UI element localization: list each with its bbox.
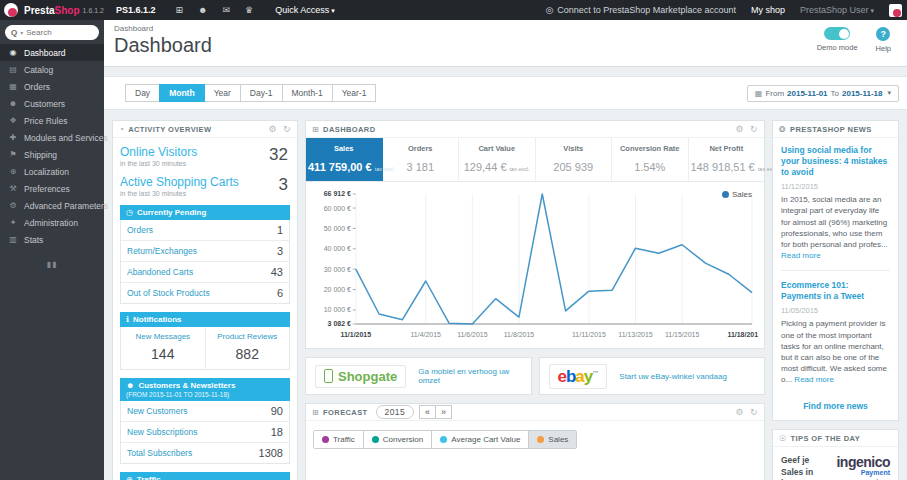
chevron-down-icon[interactable]: ▾ xyxy=(20,29,23,36)
forecast-toggle-group: Traffic Conversion Average Cart Value Sa… xyxy=(313,430,577,449)
ebay-banner[interactable]: ebay™ Start uw eBay-winkel vandaag xyxy=(539,357,766,395)
sidebar-item-orders[interactable]: ▦Orders xyxy=(0,78,104,95)
shopgate-link[interactable]: Ga mobiel en verhoog uw omzet xyxy=(418,367,521,385)
ingenico-logo[interactable]: ingenico Payment services xyxy=(826,455,890,480)
marketplace-connect-link[interactable]: ◎Connect to PrestaShop Marketplace accou… xyxy=(545,5,735,15)
forecast-year-badge[interactable]: 2015 xyxy=(376,405,415,419)
new-messages-label: New Messages xyxy=(123,332,203,341)
forecast-toggles: Traffic Conversion Average Cart Value Sa… xyxy=(306,421,764,457)
sidebar-item-customers[interactable]: ☻Customers xyxy=(0,95,104,112)
refresh-icon[interactable]: ↻ xyxy=(750,407,758,417)
date-to-value: 2015-11-18 xyxy=(842,89,882,98)
messages-icon[interactable]: ✉ xyxy=(223,5,231,15)
quick-access-menu[interactable]: Quick Access▾ xyxy=(275,5,335,15)
kpi-tab-net-profit[interactable]: Net Profit 148 918,51 € tax excl. xyxy=(689,138,765,181)
filter-year-1-button[interactable]: Year-1 xyxy=(332,84,377,102)
sidebar-item-administration[interactable]: ✦Administration xyxy=(0,214,104,231)
next-year-button[interactable]: » xyxy=(435,405,452,419)
orders-link[interactable]: Orders xyxy=(127,225,153,235)
cart-icon[interactable]: ⊞ xyxy=(176,5,184,15)
kpi-tab-conversion-rate[interactable]: Conversion Rate 1.54% xyxy=(612,138,689,181)
kpi-value: 411 759,00 € xyxy=(308,161,372,173)
toggle-conversion[interactable]: Conversion xyxy=(363,431,431,448)
sidebar-item-price-rules[interactable]: ❖Price Rules xyxy=(0,112,104,129)
active-carts-stat: Active Shopping Carts in the last 30 min… xyxy=(120,175,290,197)
online-visitors-link[interactable]: Online Visitors xyxy=(120,145,260,159)
sidebar-item-modules[interactable]: ✚Modules and Services xyxy=(0,129,104,146)
trophy-icon[interactable]: ♛ xyxy=(245,5,253,15)
read-more-link[interactable]: Read more xyxy=(794,375,834,384)
kpi-tab-cart-value[interactable]: Cart Value 129,44 € tax excl. xyxy=(459,138,536,181)
sales-line-chart[interactable]: 3 082 €10 000 €20 000 €30 000 €40 000 €5… xyxy=(310,188,760,346)
active-carts-link[interactable]: Active Shopping Carts xyxy=(120,175,260,189)
ebay-logo: ebay™ xyxy=(549,364,608,389)
shopgate-banner[interactable]: Shopgate Ga mobiel en verhoog uw omzet xyxy=(305,357,532,395)
new-messages-cell[interactable]: New Messages 144 xyxy=(121,327,205,369)
date-range-picker[interactable]: ▦ From 2015-11-01 To 2015-11-18 ▾ xyxy=(747,85,899,102)
chart-legend: Sales xyxy=(722,190,752,199)
refresh-icon[interactable]: ↻ xyxy=(750,124,758,134)
previous-year-button[interactable]: « xyxy=(419,405,436,419)
user-menu[interactable]: PrestaShop User▾ xyxy=(800,5,874,15)
chevron-down-icon: ▾ xyxy=(870,7,874,14)
help-icon[interactable]: ? xyxy=(876,27,890,41)
cart-value-dot-icon xyxy=(440,436,447,443)
gear-icon[interactable]: ⚙ xyxy=(736,124,744,134)
ebay-link[interactable]: Start uw eBay-winkel vandaag xyxy=(619,372,727,381)
my-shop-link[interactable]: My shop xyxy=(751,5,785,15)
sidebar-item-preferences[interactable]: ⚒Preferences xyxy=(0,180,104,197)
prestashop-logo[interactable] xyxy=(4,3,18,17)
svg-text:30 000 €: 30 000 € xyxy=(324,266,351,273)
toggle-average-cart-value[interactable]: Average Cart Value xyxy=(431,431,528,448)
filter-year-button[interactable]: Year xyxy=(204,84,241,102)
returns-link[interactable]: Return/Exchanges xyxy=(127,246,197,256)
sidebar-search[interactable]: Q ▾ xyxy=(5,25,99,40)
refresh-icon[interactable]: ↻ xyxy=(283,124,291,134)
demo-mode-toggle[interactable] xyxy=(824,27,850,40)
cart-icon: ⊞ xyxy=(312,408,319,417)
kpi-tab-orders[interactable]: Orders 3 181 xyxy=(383,138,460,181)
read-more-link[interactable]: Read more xyxy=(781,251,821,260)
total-subscribers-link[interactable]: Total Subscribers xyxy=(127,448,192,458)
page-title: Dashboard xyxy=(114,34,897,57)
sidebar-item-dashboard[interactable]: ◉Dashboard xyxy=(0,44,104,61)
search-input[interactable] xyxy=(26,28,76,37)
article-title-link[interactable]: Ecommerce 101: Payments in a Tweet xyxy=(781,280,890,302)
abandoned-carts-link[interactable]: Abandoned Carts xyxy=(127,267,193,277)
kpi-tab-visits[interactable]: Visits 205 939 xyxy=(536,138,613,181)
out-of-stock-link[interactable]: Out of Stock Products xyxy=(127,288,210,298)
sidebar-collapse-button[interactable]: ▮▮ xyxy=(0,260,104,269)
user-avatar[interactable] xyxy=(889,4,902,17)
new-customers-link[interactable]: New Customers xyxy=(127,406,187,416)
demo-mode-label: Demo mode xyxy=(817,43,858,52)
product-reviews-cell[interactable]: Product Reviews 882 xyxy=(205,327,290,369)
kpi-label: Net Profit xyxy=(691,144,763,153)
new-subscriptions-link[interactable]: New Subscriptions xyxy=(127,427,197,437)
svg-text:3 082 €: 3 082 € xyxy=(328,320,351,327)
svg-text:11/1/2015: 11/1/2015 xyxy=(341,331,372,338)
article-title-link[interactable]: Using social media for your business: 4 … xyxy=(781,145,890,178)
sidebar-item-shipping[interactable]: ⚑Shipping xyxy=(0,146,104,163)
breadcrumb[interactable]: Dashboard xyxy=(114,24,897,33)
gear-icon[interactable]: ⚙ xyxy=(736,407,744,417)
gear-icon[interactable]: ⚙ xyxy=(269,124,277,134)
sidebar-item-localization[interactable]: ⊕Localization xyxy=(0,163,104,180)
toggle-sales[interactable]: Sales xyxy=(528,431,576,448)
customers-icon[interactable]: ☻ xyxy=(198,5,207,15)
new-messages-value: 144 xyxy=(123,346,203,362)
kpi-tab-sales[interactable]: Sales 411 759,00 € tax excl. xyxy=(306,138,383,181)
filter-day-button[interactable]: Day xyxy=(125,84,160,102)
ebay-letter: a xyxy=(575,367,583,386)
sidebar-item-catalog[interactable]: ▤Catalog xyxy=(0,61,104,78)
sidebar-item-advanced-parameters[interactable]: ⚙Advanced Parameters xyxy=(0,197,104,214)
filter-month-1-button[interactable]: Month-1 xyxy=(282,84,333,102)
filter-day-1-button[interactable]: Day-1 xyxy=(240,84,283,102)
toggle-traffic[interactable]: Traffic xyxy=(314,431,363,448)
phone-icon xyxy=(324,369,333,383)
marketplace-icon: ◎ xyxy=(545,5,553,15)
sidebar-item-stats[interactable]: ▥Stats xyxy=(0,231,104,248)
filter-month-button[interactable]: Month xyxy=(159,84,205,102)
brand-version: 1.6.1.2 xyxy=(83,7,104,14)
brand-name[interactable]: PrestaShop xyxy=(24,5,80,16)
find-more-news-link[interactable]: Find more news xyxy=(773,396,898,420)
